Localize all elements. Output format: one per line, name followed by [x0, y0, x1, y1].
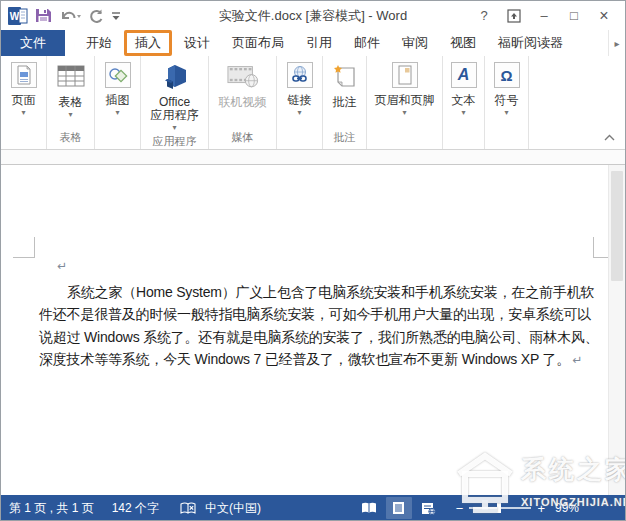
zoom-in-button[interactable]: + — [537, 502, 545, 515]
header-footer-dropdown-caret: ▾ — [402, 109, 406, 117]
maximize-button[interactable]: □ — [561, 5, 587, 27]
office-apps-button[interactable]: Office 应用程序 ▾ — [148, 60, 202, 134]
page-indicator[interactable]: 第 1 页 , 共 1 页 — [9, 500, 94, 517]
end-paragraph-mark: ↵ — [570, 353, 582, 367]
zoom-level[interactable]: 99% — [555, 501, 579, 515]
comment-label: 批注 — [333, 96, 357, 109]
doc-line-4-text: 深度技术等等系统，今天 Windows 7 已经普及了，微软也宣布不更新 Win… — [39, 351, 570, 367]
tab-references[interactable]: 引用 — [295, 30, 343, 56]
group-label-comments: 批注 — [334, 130, 356, 149]
tab-file[interactable]: 文件 — [1, 30, 65, 56]
office-apps-dropdown-caret: ▾ — [172, 124, 176, 132]
word-count[interactable]: 142 个字 — [112, 500, 159, 517]
comment-icon — [332, 63, 358, 89]
pages-icon — [15, 65, 33, 85]
links-button[interactable]: 链接 ▾ — [284, 60, 316, 119]
group-label-apps: 应用程序 — [153, 134, 197, 153]
collapse-ribbon-button[interactable] — [600, 130, 618, 144]
header-footer-button[interactable]: 页眉和页脚 ▾ — [372, 60, 438, 119]
doc-line-4: 深度技术等等系统，今天 Windows 7 已经普及了，微软也宣布不更新 Win… — [39, 348, 595, 370]
illustrations-label: 插图 — [106, 94, 130, 107]
tab-review[interactable]: 审阅 — [391, 30, 439, 56]
symbols-label: 符号 — [495, 94, 519, 107]
tab-insert[interactable]: 插入 — [124, 30, 172, 56]
group-symbols: Ω 符号 ▾ — [485, 56, 529, 149]
web-layout-icon — [421, 502, 436, 515]
office-apps-icon — [159, 63, 191, 93]
save-icon — [35, 7, 52, 24]
doc-line-1: 系统之家（Home System）广义上包含了电脑系统安装和手机系统安装，在之前… — [39, 281, 595, 303]
zoom-control: − + — [456, 502, 545, 515]
group-label-media: 媒体 — [232, 130, 254, 149]
redo-icon — [88, 8, 104, 24]
group-media: 联机视频 媒体 — [209, 56, 277, 149]
doc-line-2: 件还不是很普及的时候一般特指电脑系统安装，可如今手机用户大量的出现，安卓系统可以 — [39, 303, 595, 325]
ribbon-display-options-button[interactable] — [501, 5, 527, 27]
minimize-button[interactable]: – — [531, 5, 557, 27]
status-bar: 第 1 页 , 共 1 页 142 个字 中文(中国) — [1, 495, 625, 521]
tab-overflow-arrow[interactable]: ▸ — [608, 30, 625, 56]
group-table: 表格 ▾ 表格 — [47, 56, 95, 149]
symbols-button[interactable]: Ω 符号 ▾ — [491, 60, 523, 119]
language-indicator[interactable]: 中文(中国) — [205, 500, 261, 517]
print-layout-button[interactable] — [386, 497, 412, 519]
close-button[interactable]: × — [591, 5, 617, 27]
group-links: 链接 ▾ — [277, 56, 323, 149]
table-button[interactable]: 表格 ▾ — [52, 60, 90, 121]
tab-view[interactable]: 视图 — [439, 30, 487, 56]
pages-dropdown-caret: ▾ — [21, 109, 25, 117]
illustrations-button[interactable]: 插图 ▾ — [102, 60, 134, 119]
zoom-slider-thumb[interactable] — [497, 503, 501, 513]
undo-button[interactable] — [59, 5, 81, 27]
margin-mark-topleft-h — [13, 257, 34, 258]
tab-home[interactable]: 开始 — [75, 30, 123, 56]
empty-paragraph-mark: ↵ — [39, 259, 591, 277]
table-icon — [57, 64, 85, 88]
group-comments: 批注 批注 — [323, 56, 367, 149]
vertical-scrollbar[interactable] — [608, 165, 625, 495]
status-bar-right: − + 99% — [356, 497, 579, 519]
links-label: 链接 — [288, 94, 312, 107]
zoom-out-button[interactable]: − — [456, 502, 464, 515]
document-text: ↵ 系统之家（Home System）广义上包含了电脑系统安装和手机系统安装，在… — [1, 165, 591, 370]
read-mode-button[interactable] — [356, 497, 382, 519]
office-apps-label-line2: 应用程序 — [151, 109, 199, 122]
zoom-slider[interactable] — [469, 507, 531, 509]
margin-mark-topleft-v — [34, 237, 35, 258]
text-dropdown-caret: ▾ — [461, 109, 465, 117]
text-button[interactable]: A 文本 ▾ — [448, 60, 480, 119]
tab-page-layout[interactable]: 页面布局 — [221, 30, 295, 56]
tab-foxit-reader[interactable]: 福昕阅读器 — [487, 30, 574, 56]
document-page[interactable]: ↵ 系统之家（Home System）广义上包含了电脑系统安装和手机系统安装，在… — [1, 165, 625, 495]
text-label: 文本 — [452, 94, 476, 107]
pages-button[interactable]: 页面 ▾ — [8, 60, 40, 119]
undo-icon — [59, 8, 81, 24]
svg-text:W: W — [10, 11, 20, 22]
comment-button[interactable]: 批注 — [326, 60, 364, 111]
web-layout-button[interactable] — [416, 497, 442, 519]
symbols-icon: Ω — [500, 68, 512, 83]
print-layout-icon — [392, 501, 405, 515]
text-icon: A — [458, 67, 470, 83]
save-button[interactable] — [35, 5, 52, 27]
ribbon-tab-row: 文件 开始 插入 设计 页面布局 引用 邮件 审阅 视图 福昕阅读器 ▸ — [1, 30, 625, 56]
online-video-icon — [227, 63, 259, 89]
redo-button[interactable] — [88, 5, 104, 27]
table-dropdown-caret: ▾ — [68, 111, 72, 119]
customize-qat-button[interactable] — [111, 5, 121, 27]
tab-design[interactable]: 设计 — [173, 30, 221, 56]
help-button[interactable]: ? — [471, 5, 497, 27]
word-app-icon[interactable]: W — [8, 5, 28, 27]
proofing-status-button[interactable] — [177, 498, 199, 518]
online-video-label: 联机视频 — [219, 96, 267, 109]
chevron-up-icon — [604, 134, 615, 141]
ribbon-insert: 页面 ▾ 表格 ▾ — [1, 56, 625, 150]
group-header-footer: 页眉和页脚 ▾ — [367, 56, 443, 149]
doc-line-3: 说超过 Windows 系统了。还有就是电脑系统的安装了，我们所熟悉的电脑公司、… — [39, 326, 595, 348]
online-video-button[interactable]: 联机视频 — [216, 60, 270, 111]
paragraph: 系统之家（Home System）广义上包含了电脑系统安装和手机系统安装，在之前… — [39, 281, 591, 370]
tab-mailings[interactable]: 邮件 — [343, 30, 391, 56]
word-window: W — [0, 0, 626, 521]
scrollbar-thumb[interactable] — [611, 171, 623, 281]
group-illustrations: 插图 ▾ — [95, 56, 141, 149]
